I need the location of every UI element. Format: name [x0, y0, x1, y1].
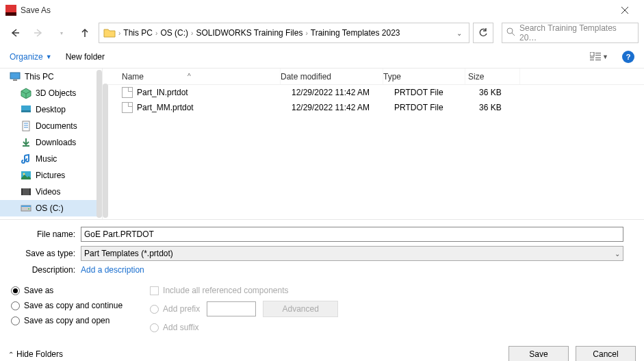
advanced-button: Advanced: [263, 301, 338, 317]
download-icon: [21, 137, 31, 148]
svg-rect-12: [590, 58, 594, 58]
chevron-down-icon: ⌄: [615, 250, 620, 258]
file-name-input[interactable]: [81, 227, 623, 242]
help-button[interactable]: ?: [622, 51, 634, 63]
search-placeholder: Search Training Templates 20…: [519, 23, 634, 42]
file-name-label: File name:: [7, 229, 81, 239]
desktop-icon: [21, 104, 31, 115]
file-size: 36 KB: [476, 103, 531, 112]
svg-rect-15: [595, 60, 601, 60]
svg-rect-1: [5, 12, 16, 16]
svg-rect-13: [590, 60, 594, 60]
file-type: PRTDOT File: [394, 88, 476, 97]
sidebar-item[interactable]: Pictures: [0, 167, 102, 184]
sidebar-item[interactable]: Documents: [0, 118, 102, 134]
col-date[interactable]: Date modified: [281, 69, 383, 84]
folder-icon: [103, 27, 116, 39]
radio-save-copy-open[interactable]: [11, 316, 20, 325]
svg-rect-30: [21, 188, 31, 195]
refresh-button[interactable]: [473, 23, 493, 43]
file-row[interactable]: Part_MM.prtdot12/29/2022 11:42 AMPRTDOT …: [103, 100, 644, 115]
back-button[interactable]: [5, 23, 25, 42]
hide-folders-button[interactable]: ⌃ Hide Folders: [8, 349, 63, 359]
prefix-input: [207, 301, 256, 316]
sidebar-item[interactable]: Desktop: [0, 101, 102, 118]
save-type-label: Save as type:: [7, 249, 81, 258]
sidebar-item[interactable]: 3D Objects: [0, 85, 102, 101]
file-icon: [122, 102, 133, 113]
view-button[interactable]: ▼: [590, 52, 608, 61]
file-date: 12/29/2022 11:42 AM: [292, 103, 394, 112]
new-folder-button[interactable]: New folder: [66, 52, 105, 62]
recent-dropdown[interactable]: ▾: [52, 23, 71, 42]
svg-rect-14: [595, 58, 601, 58]
radio-save-copy-continue[interactable]: [11, 301, 20, 310]
save-button[interactable]: Save: [508, 346, 569, 361]
bottom-panel: File name: Save as type: Part Templates …: [0, 219, 644, 343]
check-include-refs[interactable]: [150, 286, 159, 295]
description-label: Description:: [7, 265, 81, 275]
file-name: Part_IN.prtdot: [137, 88, 188, 97]
sidebar-item[interactable]: Music: [0, 151, 102, 167]
svg-rect-16: [10, 73, 20, 79]
app-icon: [5, 5, 16, 16]
chevron-up-icon: ⌃: [8, 351, 14, 358]
up-button[interactable]: [75, 23, 94, 42]
sidebar-item[interactable]: OS (C:): [0, 200, 102, 216]
address-dropdown-icon[interactable]: ⌄: [454, 29, 465, 37]
organize-button[interactable]: Organize▼: [10, 52, 52, 62]
sidebar-item-label: Videos: [36, 187, 60, 197]
picture-icon: [21, 170, 31, 181]
search-input[interactable]: Search Training Templates 20…: [502, 23, 639, 43]
column-headers: Name^ Date modified Type Size: [103, 69, 644, 85]
close-icon[interactable]: [611, 0, 639, 21]
doc-icon: [21, 121, 31, 132]
file-name: Part_MM.prtdot: [137, 103, 194, 112]
col-size[interactable]: Size: [465, 69, 520, 84]
toolbar: Organize▼ New folder ▼ ?: [0, 45, 644, 69]
add-description-link[interactable]: Add a description: [81, 265, 144, 275]
cancel-button[interactable]: Cancel: [576, 346, 636, 361]
sidebar-item-label: OS (C:): [36, 203, 64, 213]
file-row[interactable]: Part_IN.prtdot12/29/2022 11:42 AMPRTDOT …: [103, 85, 644, 100]
music-icon: [21, 153, 31, 164]
sidebar-item[interactable]: This PC: [0, 69, 102, 85]
sidebar-item-label: Downloads: [36, 138, 76, 147]
svg-rect-0: [5, 5, 16, 12]
breadcrumb[interactable]: SOLIDWORKS Training Files: [196, 28, 302, 38]
monitor-icon: [10, 71, 21, 82]
col-name[interactable]: Name^: [103, 69, 281, 84]
forward-button[interactable]: [29, 23, 48, 42]
sidebar-item[interactable]: Videos: [0, 184, 102, 200]
file-list: Name^ Date modified Type Size Part_IN.pr…: [103, 69, 644, 219]
sort-indicator-icon: ^: [188, 73, 191, 80]
sidebar-item-label: Music: [36, 154, 57, 164]
svg-point-35: [28, 208, 29, 210]
main-area: This PC3D ObjectsDesktopDocumentsDownloa…: [0, 69, 644, 219]
sidebar-item[interactable]: Downloads: [0, 134, 102, 151]
svg-rect-32: [29, 188, 31, 195]
col-type[interactable]: Type: [383, 69, 465, 84]
breadcrumb[interactable]: This PC: [123, 28, 153, 38]
svg-rect-17: [13, 79, 17, 81]
address-bar[interactable]: › This PC › OS (C:) › SOLIDWORKS Trainin…: [99, 23, 469, 43]
breadcrumb[interactable]: OS (C:): [160, 28, 188, 38]
svg-point-7: [507, 28, 513, 34]
cube-icon: [21, 88, 31, 99]
search-icon: [506, 27, 515, 38]
breadcrumb[interactable]: Training Templates 2023: [311, 28, 400, 38]
sidebar-item-label: This PC: [25, 72, 54, 82]
sidebar-item-label: Documents: [36, 121, 77, 131]
svg-rect-34: [21, 206, 31, 207]
svg-rect-9: [590, 52, 594, 56]
sidebar-item-label: 3D Objects: [36, 88, 76, 98]
footer: ⌃ Hide Folders Save Cancel: [0, 343, 644, 361]
save-type-select[interactable]: Part Templates (*.prtdot) ⌄: [81, 246, 623, 261]
file-icon: [122, 87, 133, 98]
sidebar: This PC3D ObjectsDesktopDocumentsDownloa…: [0, 69, 103, 219]
radio-save-as[interactable]: [11, 286, 20, 295]
radio-add-suffix: [150, 323, 159, 332]
svg-rect-11: [595, 55, 601, 55]
sidebar-item-label: Pictures: [36, 171, 65, 180]
svg-line-8: [512, 33, 515, 36]
